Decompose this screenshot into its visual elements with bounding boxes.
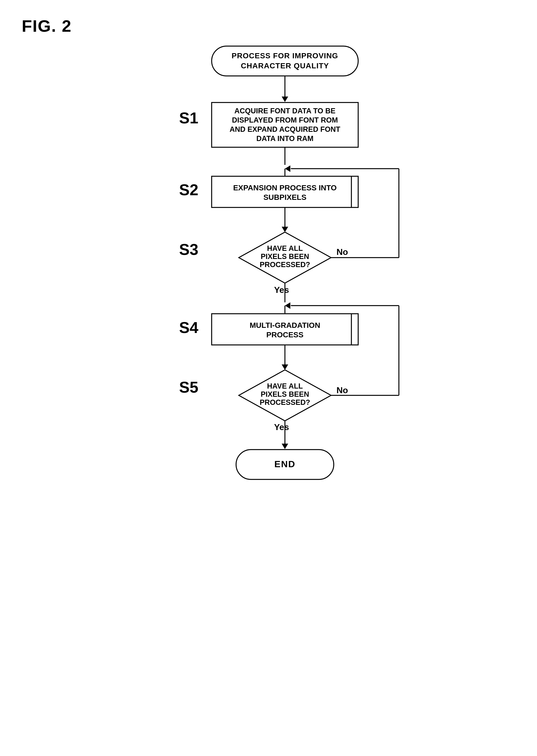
flowchart-diagram: PROCESS FOR IMPROVING CHARACTER QUALITY …: [0, 32, 537, 751]
svg-text:ACQUIRE FONT DATA TO BE: ACQUIRE FONT DATA TO BE: [234, 107, 336, 115]
svg-text:PROCESSED?: PROCESSED?: [260, 261, 310, 269]
svg-marker-32: [285, 302, 290, 309]
svg-text:MULTI-GRADATION: MULTI-GRADATION: [250, 321, 320, 329]
svg-text:No: No: [337, 385, 348, 395]
svg-text:DATA INTO RAM: DATA INTO RAM: [256, 134, 313, 143]
svg-text:SUBPIXELS: SUBPIXELS: [264, 193, 307, 202]
svg-text:PROCESSED?: PROCESSED?: [260, 398, 310, 406]
svg-text:Yes: Yes: [274, 422, 289, 432]
svg-marker-20: [282, 227, 288, 232]
svg-text:PROCESS: PROCESS: [267, 330, 304, 339]
svg-text:S4: S4: [179, 319, 198, 336]
svg-text:S2: S2: [179, 181, 198, 199]
svg-marker-12: [285, 166, 290, 172]
svg-text:S3: S3: [179, 241, 198, 258]
svg-text:S1: S1: [179, 109, 198, 127]
svg-text:No: No: [337, 247, 348, 257]
svg-text:PIXELS BEEN: PIXELS BEEN: [261, 252, 310, 261]
svg-text:AND EXPAND ACQUIRED FONT: AND EXPAND ACQUIRED FONT: [229, 125, 341, 133]
svg-rect-0: [212, 46, 358, 76]
svg-marker-40: [282, 364, 288, 370]
svg-marker-4: [282, 96, 288, 102]
page: FIG. 2 PROCESS FOR IMPROVING CHARACTER Q…: [0, 0, 537, 756]
svg-text:DISPLAYED FROM FONT ROM: DISPLAYED FROM FONT ROM: [232, 116, 338, 124]
svg-text:EXPANSION PROCESS INTO: EXPANSION PROCESS INTO: [233, 184, 337, 192]
svg-text:HAVE ALL: HAVE ALL: [267, 244, 303, 252]
svg-text:PROCESS FOR IMPROVING: PROCESS FOR IMPROVING: [232, 52, 338, 60]
svg-text:PIXELS BEEN: PIXELS BEEN: [261, 390, 310, 398]
svg-text:CHARACTER QUALITY: CHARACTER QUALITY: [241, 61, 329, 70]
svg-text:S5: S5: [179, 378, 198, 396]
svg-text:HAVE ALL: HAVE ALL: [267, 382, 303, 390]
svg-text:Yes: Yes: [274, 285, 289, 295]
svg-text:END: END: [274, 459, 296, 469]
svg-marker-52: [282, 444, 288, 449]
